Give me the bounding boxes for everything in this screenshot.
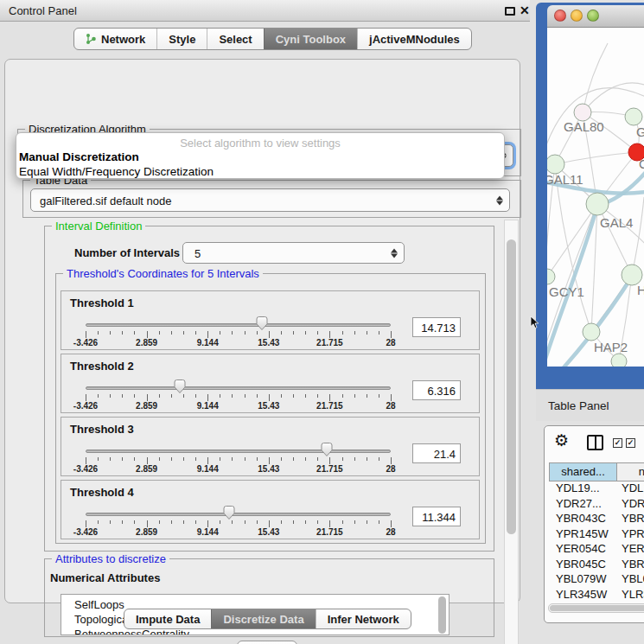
table-row[interactable]: YBR043CYBR0 [549, 512, 644, 527]
slider-tick [342, 331, 343, 335]
slider-thumb[interactable] [222, 505, 236, 520]
table-row[interactable]: YBR045CYBR0 [549, 558, 644, 573]
network-node-node[interactable] [611, 354, 627, 367]
slider-tick [134, 331, 135, 335]
slider-tick [183, 457, 184, 461]
float-window-icon[interactable] [505, 7, 515, 16]
slider-tick [269, 394, 270, 401]
cell-shared-name: YDR27... [556, 497, 602, 510]
slider-thumb[interactable] [255, 316, 269, 331]
slider-track[interactable] [86, 450, 391, 453]
slider-tick [329, 520, 330, 527]
tab-cyni-toolbox[interactable]: Cyni Toolbox [264, 29, 357, 49]
checkbox-icon[interactable]: ✓ [626, 438, 635, 448]
network-canvas[interactable]: GAL80GACGAL11GAL4GCY1HHAP2 [547, 28, 644, 367]
slider-tick-label: 21.715 [316, 401, 343, 411]
top-tab-bar: NetworkStyleSelectCyni ToolboxjActiveMNo… [73, 28, 472, 50]
threshold-value-field[interactable]: 11.344 [412, 507, 461, 526]
thresholds-group-title: Threshold's Coordinates for 5 Intervals [63, 267, 263, 280]
slider-tick [232, 457, 233, 461]
slider-tick [354, 457, 355, 461]
slider-tick [317, 520, 318, 524]
tab-discretize-data[interactable]: Discretize Data [211, 609, 315, 628]
slider-tick [195, 394, 196, 398]
network-node-node[interactable] [625, 108, 642, 125]
cell-name: YER0 [622, 542, 644, 555]
slider-thumb[interactable] [173, 379, 187, 394]
column-header-shared[interactable]: shared... [549, 462, 617, 481]
slider-track[interactable] [86, 323, 391, 327]
control-panel-titlebar: Control Panel ✕ [0, 0, 530, 22]
table-row[interactable]: YBL079WYBL0 [549, 572, 644, 588]
slider-tick [195, 331, 196, 335]
slider-thumb[interactable] [320, 442, 334, 457]
control-panel-scrollbar[interactable] [504, 220, 519, 644]
node-label-c: C [639, 156, 644, 171]
slider-tick-label: -3.426 [73, 464, 98, 474]
list-scrollbar[interactable] [438, 596, 446, 634]
table-row[interactable]: YDL19...YDL1 [549, 481, 644, 497]
slider-tick [207, 520, 208, 527]
bottom-tab-bar: Impute DataDiscretize DataInfer Network [124, 609, 411, 629]
slider-track[interactable] [86, 513, 391, 516]
network-node-gal4[interactable] [586, 193, 609, 215]
slider-tick [171, 394, 172, 398]
checkbox-icon[interactable]: ✓ [613, 438, 622, 448]
tab-infer-network[interactable]: Infer Network [316, 609, 411, 628]
network-node-gal80[interactable] [574, 104, 591, 121]
zoom-traffic-light[interactable] [587, 10, 599, 22]
tab-label: Select [219, 33, 252, 46]
scrollbar-thumb[interactable] [550, 605, 644, 611]
tab-impute-data[interactable]: Impute Data [124, 609, 211, 628]
table-data-combobox[interactable]: galFiltered.sif default node [30, 188, 510, 212]
popup-item-equal-width-frequency[interactable]: Equal Width/Frequency Discretization [19, 165, 214, 178]
slider-tick [147, 520, 148, 527]
table-row[interactable]: YLR345WYLR3 [549, 588, 644, 603]
network-edge[interactable] [583, 43, 608, 112]
slider-tick [183, 331, 184, 335]
network-node-gcy1[interactable] [547, 269, 555, 284]
cell-name: YLR3 [622, 588, 644, 601]
apply-button[interactable]: Apply [237, 641, 297, 644]
gear-icon[interactable]: ⚙ [554, 430, 569, 450]
table-row[interactable]: YER054CYER0 [549, 542, 644, 558]
network-window-titlebar[interactable] [547, 5, 644, 28]
tab-select[interactable]: Select [207, 29, 263, 49]
threshold-value-field[interactable]: 6.316 [412, 380, 461, 400]
slider-tick [281, 457, 282, 461]
network-edge[interactable] [555, 152, 637, 164]
table-horizontal-scrollbar[interactable] [548, 603, 644, 613]
network-node-gal11[interactable] [547, 155, 564, 174]
slider-tick [305, 331, 306, 335]
combo-stepper-icon [390, 247, 398, 258]
slider-tick [159, 394, 160, 398]
control-panel-content: Discretization Algorithm Select algorith… [4, 59, 520, 603]
scrollbar-thumb[interactable] [507, 239, 516, 534]
threshold-value-field[interactable]: 14.713 [412, 317, 461, 337]
slider-tick [391, 331, 392, 338]
close-icon[interactable]: ✕ [520, 3, 530, 17]
slider-tick [391, 520, 392, 527]
minimize-traffic-light[interactable] [571, 10, 583, 22]
threshold-value-field[interactable]: 21.4 [412, 443, 461, 463]
table-panel-bar: Table Panel [536, 389, 644, 421]
column-layout-icon[interactable] [587, 435, 603, 450]
slider-tick [134, 520, 135, 524]
table-row[interactable]: YPR145WYPR1 [549, 527, 644, 543]
popup-item-manual-discretization[interactable]: Manual Discretization [19, 150, 139, 163]
node-label-h: H [637, 283, 644, 297]
tab-network[interactable]: Network [74, 29, 156, 49]
close-traffic-light[interactable] [554, 10, 566, 22]
slider-tick [207, 457, 208, 464]
tab-style[interactable]: Style [156, 29, 207, 49]
network-node-hap2[interactable] [583, 323, 600, 341]
table-row[interactable]: YDR27...YDR2 [549, 497, 644, 513]
number-of-intervals-combobox[interactable]: 5 [182, 242, 405, 264]
tab-jactivemnodules[interactable]: jActiveMNodules [357, 29, 471, 49]
tab-label: Style [169, 33, 195, 46]
network-edge[interactable] [632, 197, 644, 275]
slider-track[interactable] [86, 386, 391, 390]
mouse-cursor [530, 316, 539, 329]
node-label-gal11: GAL11 [547, 172, 583, 187]
column-header-na[interactable]: na [617, 462, 644, 481]
